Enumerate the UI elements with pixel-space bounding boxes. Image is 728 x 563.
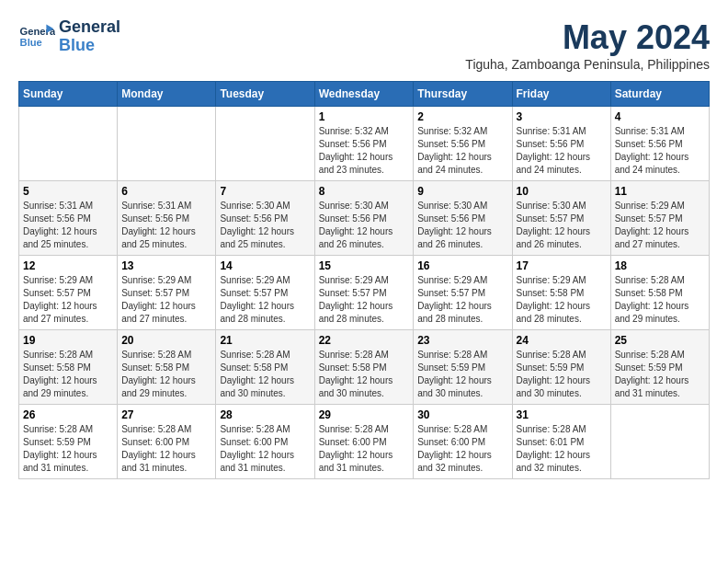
day-info: Sunrise: 5:30 AMSunset: 5:56 PMDaylight:… bbox=[220, 200, 310, 251]
calendar-cell: 18Sunrise: 5:28 AMSunset: 5:58 PMDayligh… bbox=[610, 256, 709, 330]
calendar-cell bbox=[216, 107, 314, 181]
weekday-header: Monday bbox=[118, 82, 216, 107]
day-number: 8 bbox=[319, 185, 410, 198]
calendar-cell: 6Sunrise: 5:31 AMSunset: 5:56 PMDaylight… bbox=[118, 181, 216, 256]
calendar-cell: 19Sunrise: 5:28 AMSunset: 5:58 PMDayligh… bbox=[19, 330, 118, 405]
day-number: 29 bbox=[319, 408, 410, 421]
calendar-cell bbox=[118, 107, 216, 181]
day-info: Sunrise: 5:31 AMSunset: 5:56 PMDaylight:… bbox=[121, 200, 211, 251]
day-info: Sunrise: 5:29 AMSunset: 5:57 PMDaylight:… bbox=[615, 200, 705, 251]
calendar-cell: 13Sunrise: 5:29 AMSunset: 5:57 PMDayligh… bbox=[118, 256, 216, 330]
day-number: 25 bbox=[615, 334, 705, 347]
svg-text:Blue: Blue bbox=[20, 37, 42, 48]
day-number: 30 bbox=[417, 408, 507, 421]
day-info: Sunrise: 5:29 AMSunset: 5:58 PMDaylight:… bbox=[517, 274, 607, 326]
calendar-cell: 21Sunrise: 5:28 AMSunset: 5:58 PMDayligh… bbox=[216, 330, 314, 405]
calendar-cell: 22Sunrise: 5:28 AMSunset: 5:58 PMDayligh… bbox=[314, 330, 414, 405]
day-info: Sunrise: 5:31 AMSunset: 5:56 PMDaylight:… bbox=[23, 200, 113, 251]
calendar-cell: 1Sunrise: 5:32 AMSunset: 5:56 PMDaylight… bbox=[314, 107, 414, 181]
day-info: Sunrise: 5:28 AMSunset: 5:58 PMDaylight:… bbox=[121, 349, 211, 400]
day-number: 13 bbox=[121, 259, 211, 272]
day-number: 26 bbox=[23, 408, 113, 421]
day-number: 16 bbox=[417, 259, 507, 272]
page-container: General Blue General Blue May 2024 Tiguh… bbox=[18, 18, 710, 479]
day-number: 6 bbox=[121, 185, 211, 198]
calendar-cell: 12Sunrise: 5:29 AMSunset: 5:57 PMDayligh… bbox=[19, 256, 118, 330]
calendar-cell: 20Sunrise: 5:28 AMSunset: 5:58 PMDayligh… bbox=[118, 330, 216, 405]
day-number: 3 bbox=[517, 110, 607, 123]
calendar-cell: 17Sunrise: 5:29 AMSunset: 5:58 PMDayligh… bbox=[512, 256, 610, 330]
calendar-header-row: SundayMondayTuesdayWednesdayThursdayFrid… bbox=[19, 82, 710, 107]
day-info: Sunrise: 5:30 AMSunset: 5:56 PMDaylight:… bbox=[417, 200, 507, 251]
weekday-header: Tuesday bbox=[216, 82, 314, 107]
day-info: Sunrise: 5:28 AMSunset: 6:00 PMDaylight:… bbox=[121, 423, 211, 475]
calendar-cell: 11Sunrise: 5:29 AMSunset: 5:57 PMDayligh… bbox=[610, 181, 709, 256]
calendar-week-row: 12Sunrise: 5:29 AMSunset: 5:57 PMDayligh… bbox=[19, 256, 710, 330]
day-info: Sunrise: 5:29 AMSunset: 5:57 PMDaylight:… bbox=[121, 274, 211, 326]
day-number: 23 bbox=[417, 334, 507, 347]
logo-line2: Blue bbox=[59, 37, 120, 55]
calendar-cell: 9Sunrise: 5:30 AMSunset: 5:56 PMDaylight… bbox=[414, 181, 512, 256]
weekday-header: Thursday bbox=[414, 82, 512, 107]
day-info: Sunrise: 5:29 AMSunset: 5:57 PMDaylight:… bbox=[417, 274, 507, 326]
page-header: General Blue General Blue May 2024 Tiguh… bbox=[18, 18, 710, 72]
calendar-cell: 3Sunrise: 5:31 AMSunset: 5:56 PMDaylight… bbox=[512, 107, 610, 181]
calendar-cell: 14Sunrise: 5:29 AMSunset: 5:57 PMDayligh… bbox=[216, 256, 314, 330]
day-info: Sunrise: 5:28 AMSunset: 5:58 PMDaylight:… bbox=[23, 349, 113, 400]
day-number: 24 bbox=[517, 334, 607, 347]
day-info: Sunrise: 5:28 AMSunset: 6:00 PMDaylight:… bbox=[220, 423, 310, 475]
day-number: 11 bbox=[615, 185, 705, 198]
calendar-cell: 24Sunrise: 5:28 AMSunset: 5:59 PMDayligh… bbox=[512, 330, 610, 405]
calendar-cell: 16Sunrise: 5:29 AMSunset: 5:57 PMDayligh… bbox=[414, 256, 512, 330]
logo-icon: General Blue bbox=[18, 18, 55, 55]
day-info: Sunrise: 5:31 AMSunset: 5:56 PMDaylight:… bbox=[517, 125, 607, 177]
weekday-header: Sunday bbox=[19, 82, 118, 107]
calendar-cell: 15Sunrise: 5:29 AMSunset: 5:57 PMDayligh… bbox=[314, 256, 414, 330]
day-number: 18 bbox=[615, 259, 705, 272]
page-title: May 2024 bbox=[465, 18, 710, 57]
day-number: 28 bbox=[220, 408, 310, 421]
title-block: May 2024 Tiguha, Zamboanga Peninsula, Ph… bbox=[465, 18, 710, 72]
day-info: Sunrise: 5:32 AMSunset: 5:56 PMDaylight:… bbox=[319, 125, 410, 177]
page-subtitle: Tiguha, Zamboanga Peninsula, Philippines bbox=[465, 57, 710, 72]
logo-line1: General bbox=[59, 18, 120, 37]
calendar-cell: 8Sunrise: 5:30 AMSunset: 5:56 PMDaylight… bbox=[314, 181, 414, 256]
day-info: Sunrise: 5:30 AMSunset: 5:57 PMDaylight:… bbox=[517, 200, 607, 251]
calendar-cell: 26Sunrise: 5:28 AMSunset: 5:59 PMDayligh… bbox=[19, 405, 118, 479]
day-info: Sunrise: 5:29 AMSunset: 5:57 PMDaylight:… bbox=[319, 274, 410, 326]
day-number: 21 bbox=[220, 334, 310, 347]
calendar-cell: 30Sunrise: 5:28 AMSunset: 6:00 PMDayligh… bbox=[414, 405, 512, 479]
calendar-week-row: 5Sunrise: 5:31 AMSunset: 5:56 PMDaylight… bbox=[19, 181, 710, 256]
calendar-cell: 4Sunrise: 5:31 AMSunset: 5:56 PMDaylight… bbox=[610, 107, 709, 181]
day-number: 27 bbox=[121, 408, 211, 421]
day-number: 15 bbox=[319, 259, 410, 272]
day-info: Sunrise: 5:28 AMSunset: 5:58 PMDaylight:… bbox=[615, 274, 705, 326]
day-info: Sunrise: 5:32 AMSunset: 5:56 PMDaylight:… bbox=[417, 125, 507, 177]
day-info: Sunrise: 5:28 AMSunset: 6:00 PMDaylight:… bbox=[417, 423, 507, 475]
calendar-cell: 2Sunrise: 5:32 AMSunset: 5:56 PMDaylight… bbox=[414, 107, 512, 181]
day-number: 14 bbox=[220, 259, 310, 272]
day-info: Sunrise: 5:31 AMSunset: 5:56 PMDaylight:… bbox=[615, 125, 705, 177]
day-number: 7 bbox=[220, 185, 310, 198]
day-info: Sunrise: 5:28 AMSunset: 5:59 PMDaylight:… bbox=[23, 423, 113, 475]
day-info: Sunrise: 5:28 AMSunset: 6:01 PMDaylight:… bbox=[517, 423, 607, 475]
day-number: 31 bbox=[517, 408, 607, 421]
calendar-table: SundayMondayTuesdayWednesdayThursdayFrid… bbox=[18, 81, 710, 479]
day-info: Sunrise: 5:28 AMSunset: 5:59 PMDaylight:… bbox=[615, 349, 705, 400]
day-info: Sunrise: 5:29 AMSunset: 5:57 PMDaylight:… bbox=[220, 274, 310, 326]
day-number: 19 bbox=[23, 334, 113, 347]
day-number: 10 bbox=[517, 185, 607, 198]
calendar-week-row: 26Sunrise: 5:28 AMSunset: 5:59 PMDayligh… bbox=[19, 405, 710, 479]
day-info: Sunrise: 5:28 AMSunset: 5:58 PMDaylight:… bbox=[319, 349, 410, 400]
calendar-week-row: 19Sunrise: 5:28 AMSunset: 5:58 PMDayligh… bbox=[19, 330, 710, 405]
day-number: 4 bbox=[615, 110, 705, 123]
calendar-cell: 7Sunrise: 5:30 AMSunset: 5:56 PMDaylight… bbox=[216, 181, 314, 256]
calendar-cell: 31Sunrise: 5:28 AMSunset: 6:01 PMDayligh… bbox=[512, 405, 610, 479]
logo: General Blue General Blue bbox=[18, 18, 120, 55]
weekday-header: Wednesday bbox=[314, 82, 414, 107]
calendar-cell: 10Sunrise: 5:30 AMSunset: 5:57 PMDayligh… bbox=[512, 181, 610, 256]
day-number: 20 bbox=[121, 334, 211, 347]
calendar-cell: 28Sunrise: 5:28 AMSunset: 6:00 PMDayligh… bbox=[216, 405, 314, 479]
day-info: Sunrise: 5:28 AMSunset: 6:00 PMDaylight:… bbox=[319, 423, 410, 475]
weekday-header: Friday bbox=[512, 82, 610, 107]
